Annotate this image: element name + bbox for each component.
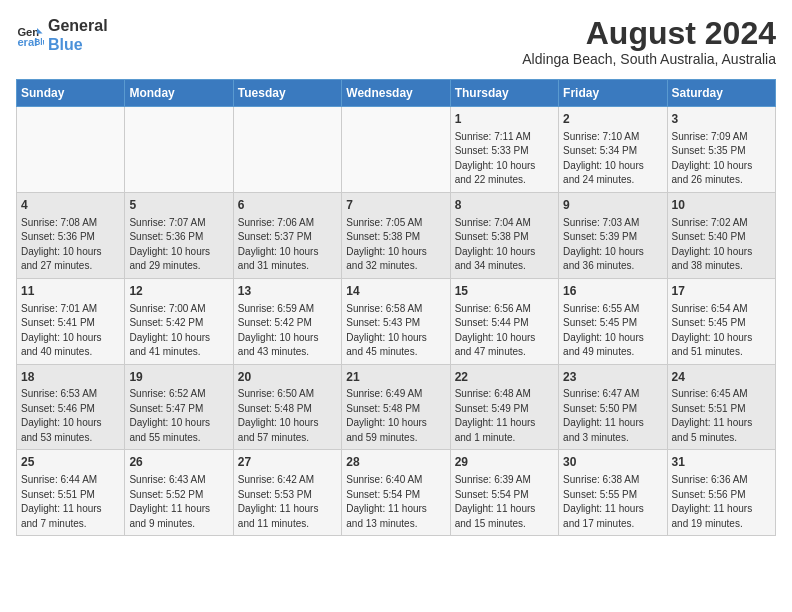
week-row-1: 1Sunrise: 7:11 AM Sunset: 5:33 PM Daylig… <box>17 107 776 193</box>
day-cell: 29Sunrise: 6:39 AM Sunset: 5:54 PM Dayli… <box>450 450 558 536</box>
day-cell: 28Sunrise: 6:40 AM Sunset: 5:54 PM Dayli… <box>342 450 450 536</box>
day-cell <box>125 107 233 193</box>
day-number: 14 <box>346 283 445 300</box>
day-number: 30 <box>563 454 662 471</box>
day-info: Sunrise: 7:10 AM Sunset: 5:34 PM Dayligh… <box>563 130 662 188</box>
day-info: Sunrise: 6:45 AM Sunset: 5:51 PM Dayligh… <box>672 387 771 445</box>
day-info: Sunrise: 7:04 AM Sunset: 5:38 PM Dayligh… <box>455 216 554 274</box>
day-number: 19 <box>129 369 228 386</box>
day-cell: 8Sunrise: 7:04 AM Sunset: 5:38 PM Daylig… <box>450 192 558 278</box>
header-wednesday: Wednesday <box>342 80 450 107</box>
day-info: Sunrise: 7:06 AM Sunset: 5:37 PM Dayligh… <box>238 216 337 274</box>
day-number: 27 <box>238 454 337 471</box>
day-cell: 25Sunrise: 6:44 AM Sunset: 5:51 PM Dayli… <box>17 450 125 536</box>
day-cell: 10Sunrise: 7:02 AM Sunset: 5:40 PM Dayli… <box>667 192 775 278</box>
day-number: 28 <box>346 454 445 471</box>
day-number: 7 <box>346 197 445 214</box>
day-number: 16 <box>563 283 662 300</box>
day-number: 18 <box>21 369 120 386</box>
day-cell: 21Sunrise: 6:49 AM Sunset: 5:48 PM Dayli… <box>342 364 450 450</box>
day-cell: 14Sunrise: 6:58 AM Sunset: 5:43 PM Dayli… <box>342 278 450 364</box>
week-row-3: 11Sunrise: 7:01 AM Sunset: 5:41 PM Dayli… <box>17 278 776 364</box>
day-info: Sunrise: 6:49 AM Sunset: 5:48 PM Dayligh… <box>346 387 445 445</box>
day-number: 12 <box>129 283 228 300</box>
header-sunday: Sunday <box>17 80 125 107</box>
day-info: Sunrise: 6:42 AM Sunset: 5:53 PM Dayligh… <box>238 473 337 531</box>
day-number: 11 <box>21 283 120 300</box>
day-cell: 20Sunrise: 6:50 AM Sunset: 5:48 PM Dayli… <box>233 364 341 450</box>
day-number: 15 <box>455 283 554 300</box>
day-cell: 7Sunrise: 7:05 AM Sunset: 5:38 PM Daylig… <box>342 192 450 278</box>
day-info: Sunrise: 6:40 AM Sunset: 5:54 PM Dayligh… <box>346 473 445 531</box>
day-number: 2 <box>563 111 662 128</box>
day-cell: 19Sunrise: 6:52 AM Sunset: 5:47 PM Dayli… <box>125 364 233 450</box>
page-header: Gen eral Blue General Blue August 2024 A… <box>16 16 776 67</box>
day-info: Sunrise: 6:36 AM Sunset: 5:56 PM Dayligh… <box>672 473 771 531</box>
day-cell: 22Sunrise: 6:48 AM Sunset: 5:49 PM Dayli… <box>450 364 558 450</box>
day-info: Sunrise: 6:50 AM Sunset: 5:48 PM Dayligh… <box>238 387 337 445</box>
day-cell: 27Sunrise: 6:42 AM Sunset: 5:53 PM Dayli… <box>233 450 341 536</box>
header-row: SundayMondayTuesdayWednesdayThursdayFrid… <box>17 80 776 107</box>
day-number: 13 <box>238 283 337 300</box>
logo-general: General <box>48 16 108 35</box>
day-number: 25 <box>21 454 120 471</box>
day-info: Sunrise: 6:55 AM Sunset: 5:45 PM Dayligh… <box>563 302 662 360</box>
day-cell: 3Sunrise: 7:09 AM Sunset: 5:35 PM Daylig… <box>667 107 775 193</box>
day-number: 29 <box>455 454 554 471</box>
day-info: Sunrise: 6:53 AM Sunset: 5:46 PM Dayligh… <box>21 387 120 445</box>
week-row-2: 4Sunrise: 7:08 AM Sunset: 5:36 PM Daylig… <box>17 192 776 278</box>
header-tuesday: Tuesday <box>233 80 341 107</box>
header-monday: Monday <box>125 80 233 107</box>
logo: Gen eral Blue General Blue <box>16 16 108 54</box>
day-number: 3 <box>672 111 771 128</box>
day-info: Sunrise: 7:03 AM Sunset: 5:39 PM Dayligh… <box>563 216 662 274</box>
day-cell: 1Sunrise: 7:11 AM Sunset: 5:33 PM Daylig… <box>450 107 558 193</box>
day-number: 23 <box>563 369 662 386</box>
week-row-5: 25Sunrise: 6:44 AM Sunset: 5:51 PM Dayli… <box>17 450 776 536</box>
day-number: 4 <box>21 197 120 214</box>
day-number: 10 <box>672 197 771 214</box>
day-info: Sunrise: 7:08 AM Sunset: 5:36 PM Dayligh… <box>21 216 120 274</box>
day-number: 5 <box>129 197 228 214</box>
day-info: Sunrise: 6:39 AM Sunset: 5:54 PM Dayligh… <box>455 473 554 531</box>
title-block: August 2024 Aldinga Beach, South Austral… <box>522 16 776 67</box>
day-info: Sunrise: 7:07 AM Sunset: 5:36 PM Dayligh… <box>129 216 228 274</box>
page-title: August 2024 <box>522 16 776 51</box>
day-cell <box>233 107 341 193</box>
day-info: Sunrise: 6:43 AM Sunset: 5:52 PM Dayligh… <box>129 473 228 531</box>
day-info: Sunrise: 6:48 AM Sunset: 5:49 PM Dayligh… <box>455 387 554 445</box>
day-number: 8 <box>455 197 554 214</box>
day-info: Sunrise: 7:00 AM Sunset: 5:42 PM Dayligh… <box>129 302 228 360</box>
day-cell: 11Sunrise: 7:01 AM Sunset: 5:41 PM Dayli… <box>17 278 125 364</box>
page-subtitle: Aldinga Beach, South Australia, Australi… <box>522 51 776 67</box>
day-number: 24 <box>672 369 771 386</box>
day-cell: 13Sunrise: 6:59 AM Sunset: 5:42 PM Dayli… <box>233 278 341 364</box>
day-info: Sunrise: 6:58 AM Sunset: 5:43 PM Dayligh… <box>346 302 445 360</box>
day-info: Sunrise: 6:52 AM Sunset: 5:47 PM Dayligh… <box>129 387 228 445</box>
day-cell: 26Sunrise: 6:43 AM Sunset: 5:52 PM Dayli… <box>125 450 233 536</box>
day-cell: 17Sunrise: 6:54 AM Sunset: 5:45 PM Dayli… <box>667 278 775 364</box>
day-info: Sunrise: 7:11 AM Sunset: 5:33 PM Dayligh… <box>455 130 554 188</box>
day-number: 31 <box>672 454 771 471</box>
header-saturday: Saturday <box>667 80 775 107</box>
day-number: 21 <box>346 369 445 386</box>
day-number: 6 <box>238 197 337 214</box>
header-friday: Friday <box>559 80 667 107</box>
day-cell: 9Sunrise: 7:03 AM Sunset: 5:39 PM Daylig… <box>559 192 667 278</box>
day-cell: 16Sunrise: 6:55 AM Sunset: 5:45 PM Dayli… <box>559 278 667 364</box>
day-info: Sunrise: 6:38 AM Sunset: 5:55 PM Dayligh… <box>563 473 662 531</box>
day-number: 22 <box>455 369 554 386</box>
day-number: 1 <box>455 111 554 128</box>
day-cell: 6Sunrise: 7:06 AM Sunset: 5:37 PM Daylig… <box>233 192 341 278</box>
day-cell: 4Sunrise: 7:08 AM Sunset: 5:36 PM Daylig… <box>17 192 125 278</box>
day-cell: 2Sunrise: 7:10 AM Sunset: 5:34 PM Daylig… <box>559 107 667 193</box>
header-thursday: Thursday <box>450 80 558 107</box>
day-cell: 18Sunrise: 6:53 AM Sunset: 5:46 PM Dayli… <box>17 364 125 450</box>
week-row-4: 18Sunrise: 6:53 AM Sunset: 5:46 PM Dayli… <box>17 364 776 450</box>
day-info: Sunrise: 6:54 AM Sunset: 5:45 PM Dayligh… <box>672 302 771 360</box>
day-info: Sunrise: 7:05 AM Sunset: 5:38 PM Dayligh… <box>346 216 445 274</box>
day-cell: 23Sunrise: 6:47 AM Sunset: 5:50 PM Dayli… <box>559 364 667 450</box>
calendar-table: SundayMondayTuesdayWednesdayThursdayFrid… <box>16 79 776 536</box>
day-info: Sunrise: 7:02 AM Sunset: 5:40 PM Dayligh… <box>672 216 771 274</box>
day-cell: 12Sunrise: 7:00 AM Sunset: 5:42 PM Dayli… <box>125 278 233 364</box>
